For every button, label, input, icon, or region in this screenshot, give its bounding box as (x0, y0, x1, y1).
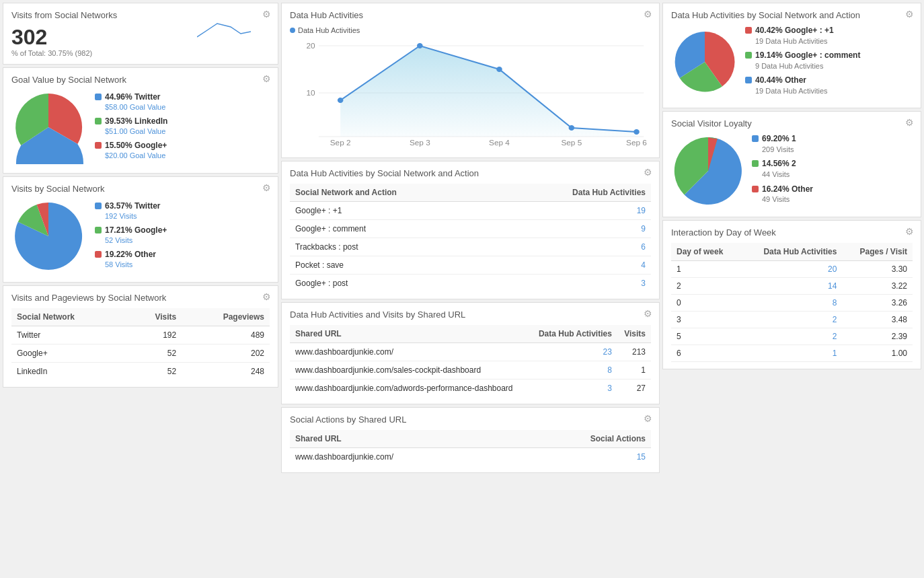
col-visits: Visits (127, 308, 182, 326)
table-row: Trackbacks : post6 (290, 238, 651, 256)
table-row: www.dashboardjunkie.com/15 (290, 448, 651, 466)
data-hub-network-gear[interactable]: ⚙ (644, 167, 652, 178)
svg-marker-5 (340, 46, 636, 137)
svg-text:Sep 3: Sep 3 (410, 139, 430, 147)
col-action: Social Network and Action (290, 184, 496, 202)
activities-cell: 8 (529, 361, 617, 380)
interaction-day-gear[interactable]: ⚙ (905, 226, 914, 237)
interaction-day-panel: Interaction by Day of Week ⚙ Day of week… (662, 220, 921, 369)
visits-cell: 27 (617, 380, 651, 398)
table-row: Twitter192489 (11, 326, 270, 345)
data-hub-url-title: Data Hub Activities and Visits by Shared… (290, 310, 651, 320)
social-visitor-loyalty-legend: 69.20% 1 209 Visits 14.56% 2 44 Visits (752, 134, 913, 209)
social-actions-url-panel: Social Actions by Shared URL ⚙ Shared UR… (281, 407, 660, 473)
action-cell: Pocket : save (290, 256, 496, 275)
svg-point-7 (417, 43, 423, 48)
data-hub-network-right-pie (671, 28, 738, 98)
vbs-legend-googleplus: 17.21% Google+ 52 Visits (95, 225, 270, 246)
social-visitor-loyalty-gear[interactable]: ⚙ (905, 117, 914, 128)
data-hub-network-right-legend: 40.42% Google+ : +1 19 Data Hub Activiti… (745, 26, 913, 101)
day-cell: 0 (671, 294, 740, 311)
svg-text:Sep 5: Sep 5 (561, 139, 582, 147)
legend-linkedin: 39.53% LinkedIn $51.00 Goal Value (95, 116, 270, 137)
data-hub-url-table: Shared URL Data Hub Activities Visits ww… (290, 325, 651, 397)
pageviews-cell: 202 (182, 345, 270, 363)
visits-by-social-gear[interactable]: ⚙ (262, 182, 271, 193)
visits-pageviews-title: Visits and Pageviews by Social Network (11, 293, 270, 303)
visits-social-gear[interactable]: ⚙ (262, 9, 271, 20)
data-hub-network-right-gear[interactable]: ⚙ (905, 9, 914, 20)
activities-cell: 23 (529, 343, 617, 361)
table-row: 611.00 (671, 345, 913, 361)
svg-text:Sep 6: Sep 6 (626, 139, 647, 147)
visits-cell: 1 (617, 361, 651, 380)
table-row: 2143.22 (671, 277, 913, 294)
data-hub-activities-title: Data Hub Activities (290, 10, 651, 20)
action-cell: Google+ : +1 (290, 202, 496, 220)
visits-cell: 192 (127, 326, 182, 345)
line-chart: 20 10 Sep 2 Sep 3 Sep 4 (290, 39, 651, 147)
svg-text:10: 10 (306, 89, 315, 97)
data-hub-network-right-title: Data Hub Activities by Social Network an… (671, 10, 913, 20)
visits-pageviews-gear[interactable]: ⚙ (262, 291, 271, 302)
col-hub-activities: Data Hub Activities (529, 325, 617, 343)
pages-cell: 2.39 (842, 328, 913, 345)
data-hub-url-gear[interactable]: ⚙ (644, 308, 652, 319)
visits-pageviews-panel: Visits and Pageviews by Social Network ⚙… (3, 285, 278, 388)
col-pageviews: Pageviews (182, 308, 270, 326)
table-row: 522.39 (671, 328, 913, 345)
col-social-actions: Social Actions (514, 430, 651, 448)
pages-cell: 3.48 (842, 311, 913, 328)
pages-cell: 3.22 (842, 277, 913, 294)
activities-cell: 2 (740, 311, 842, 328)
visits-cell: 52 (127, 345, 182, 363)
social-visitor-loyalty-pie (671, 134, 745, 210)
url-cell: www.dashboardjunkie.com/sales-cockpit-da… (290, 361, 529, 380)
dhn-legend-comment: 19.14% Google+ : comment 9 Data Hub Acti… (745, 50, 913, 71)
table-row: Google+ : +119 (290, 202, 651, 220)
action-cell: Google+ : comment (290, 220, 496, 238)
url-cell: www.dashboardjunkie.com/ (290, 448, 514, 466)
social-actions-url-table: Shared URL Social Actions www.dashboardj… (290, 430, 651, 466)
goal-value-pie (11, 90, 85, 166)
legend-twitter: 44.96% Twitter $58.00 Goal Value (95, 92, 270, 112)
table-row: Google+52202 (11, 345, 270, 363)
vbs-legend-twitter: 63.57% Twitter 192 Visits (95, 201, 270, 221)
actions-cell: 15 (514, 448, 651, 466)
data-hub-activities-gear[interactable]: ⚙ (644, 9, 652, 20)
data-hub-network-table: Social Network and Action Data Hub Activ… (290, 184, 651, 292)
data-hub-activities-panel: Data Hub Activities ⚙ Data Hub Activitie… (281, 3, 660, 158)
svg-point-8 (496, 67, 502, 72)
activities-cell: 2 (740, 328, 842, 345)
social-actions-url-gear[interactable]: ⚙ (644, 413, 652, 424)
goal-value-panel: Goal Value by Social Network ⚙ (3, 67, 278, 174)
pageviews-cell: 248 (182, 363, 270, 381)
goal-value-gear[interactable]: ⚙ (262, 73, 271, 84)
goal-value-title: Goal Value by Social Network (11, 75, 270, 85)
sparkline (197, 17, 251, 46)
day-cell: 3 (671, 311, 740, 328)
activities-cell: 20 (740, 260, 842, 277)
value-cell: 4 (496, 256, 651, 275)
activities-cell: 8 (740, 294, 842, 311)
svg-text:Sep 2: Sep 2 (330, 139, 351, 147)
vbs-legend-other: 19.22% Other 58 Visits (95, 250, 270, 270)
table-row: 1203.30 (671, 260, 913, 277)
col-url: Shared URL (290, 325, 529, 343)
legend-googleplus: 15.50% Google+ $20.00 Goal Value (95, 141, 270, 161)
day-cell: 2 (671, 277, 740, 294)
visits-sub: % of Total: 30.75% (982) (11, 49, 270, 57)
value-cell: 6 (496, 238, 651, 256)
pages-cell: 1.00 (842, 345, 913, 361)
activities-cell: 14 (740, 277, 842, 294)
table-row: www.dashboardjunkie.com/adwords-performa… (290, 380, 651, 398)
visits-by-social-title: Visits by Social Network (11, 184, 270, 194)
col-hub-activities: Data Hub Activities (740, 243, 842, 261)
day-cell: 6 (671, 345, 740, 361)
visits-by-social-panel: Visits by Social Network ⚙ (3, 176, 278, 283)
data-hub-network-panel: Data Hub Activities by Social Network an… (281, 161, 660, 299)
visits-cell: 213 (617, 343, 651, 361)
network-cell: LinkedIn (11, 363, 127, 381)
interaction-day-table: Day of week Data Hub Activities Pages / … (671, 243, 913, 362)
activities-cell: 1 (740, 345, 842, 361)
